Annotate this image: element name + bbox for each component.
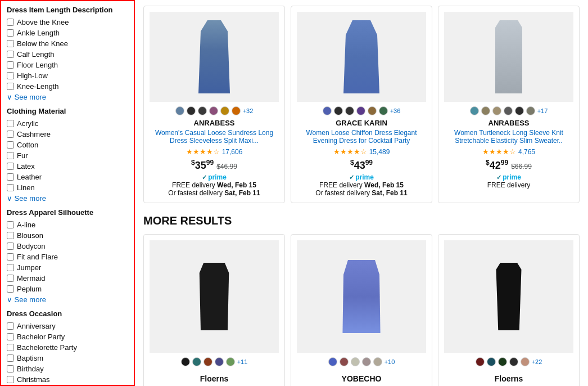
color-swatch[interactable] [192,357,201,366]
color-swatch[interactable] [492,106,501,115]
checkbox-below-the-knee[interactable] [7,40,14,47]
filter-item[interactable]: Bodycon [7,241,128,252]
filter-item[interactable]: Knee-Length [7,81,128,92]
checkbox-birthday[interactable] [7,365,14,372]
color-swatch[interactable] [509,357,518,366]
color-swatch[interactable] [226,357,235,366]
filter-item[interactable]: Peplum [7,284,128,294]
checkbox-a-line[interactable] [7,221,14,228]
checkbox-blouson[interactable] [7,232,14,239]
filter-item[interactable]: Fit and Flare [7,252,128,262]
color-swatch[interactable] [379,106,388,115]
checkbox-mermaid[interactable] [7,275,14,282]
checkbox-anniversary[interactable] [7,322,14,330]
checkbox-above-the-knee[interactable] [7,19,14,26]
checkbox-peplum[interactable] [7,285,14,293]
color-swatch[interactable] [476,357,485,366]
swatch-more[interactable]: +11 [237,358,248,365]
checkbox-baptism[interactable] [7,354,14,362]
color-swatch[interactable] [345,106,354,115]
color-swatch[interactable] [521,357,530,366]
color-swatch[interactable] [209,106,218,115]
checkbox-ankle-length[interactable] [7,29,14,37]
color-swatch[interactable] [328,357,337,366]
color-swatch[interactable] [362,357,371,366]
checkbox-linen[interactable] [7,184,14,191]
filter-item[interactable]: Fur [7,150,128,161]
see-more-clothing-material[interactable]: ∨ See more [7,194,128,203]
product-title[interactable]: Women's Casual Loose Sundress Long Dress… [150,129,279,145]
color-swatch[interactable] [334,106,343,115]
product-image[interactable] [297,240,426,353]
filter-item[interactable]: Baptism [7,353,128,363]
filter-item[interactable]: Mermaid [7,273,128,284]
checkbox-latex[interactable] [7,163,14,170]
review-count[interactable]: 15,489 [369,148,390,156]
color-swatch[interactable] [203,357,212,366]
filter-item[interactable]: Acrylic [7,118,128,129]
color-swatch[interactable] [515,106,524,115]
color-swatch[interactable] [181,357,190,366]
color-swatch[interactable] [470,106,479,115]
checkbox-fit-and-flare[interactable] [7,253,14,261]
color-swatch[interactable] [351,357,360,366]
checkbox-bachelorette-party[interactable] [7,344,14,351]
color-swatch[interactable] [368,106,377,115]
filter-item[interactable]: High-Low [7,70,128,81]
product-title[interactable]: Women Loose Chiffon Dress Elegant Evenin… [297,129,426,145]
checkbox-fur[interactable] [7,152,14,159]
checkbox-calf-length[interactable] [7,51,14,58]
color-swatch[interactable] [498,357,507,366]
product-image[interactable] [444,12,573,102]
color-swatch[interactable] [198,106,207,115]
color-swatch[interactable] [175,106,184,115]
filter-item[interactable]: Bachelorette Party [7,342,128,353]
see-more-dress-silhouette[interactable]: ∨ See more [7,295,128,304]
color-swatch[interactable] [220,106,229,115]
checkbox-acrylic[interactable] [7,120,14,127]
filter-item[interactable]: Below the Knee [7,38,128,49]
filter-item[interactable]: Cotton [7,140,128,150]
product-image[interactable] [150,12,279,102]
filter-item[interactable]: Leather [7,172,128,182]
filter-item[interactable]: Ankle Length [7,28,128,38]
filter-item[interactable]: Calf Length [7,49,128,60]
filter-item[interactable]: Anniversary [7,321,128,331]
swatch-more[interactable]: +10 [385,358,395,365]
color-swatch[interactable] [340,357,349,366]
checkbox-cotton[interactable] [7,141,14,149]
filter-item[interactable]: Christmas [7,374,128,385]
review-count[interactable]: 17,606 [222,148,243,156]
product-image[interactable] [444,240,573,353]
checkbox-high-low[interactable] [7,72,14,79]
filter-item[interactable]: Birthday [7,363,128,374]
product-title[interactable]: Women Turtleneck Long Sleeve Knit Stretc… [444,129,573,145]
product-image[interactable] [150,240,279,353]
color-swatch[interactable] [232,106,241,115]
filter-item[interactable]: Jumper [7,262,128,273]
filter-item[interactable]: Floor Length [7,60,128,70]
color-swatch[interactable] [481,106,490,115]
checkbox-christmas[interactable] [7,376,14,383]
color-swatch[interactable] [504,106,513,115]
swatch-more[interactable]: +32 [243,107,254,114]
filter-item[interactable]: A-line [7,219,128,230]
checkbox-leather[interactable] [7,173,14,181]
filter-item[interactable]: Above the Knee [7,17,128,28]
filter-item[interactable]: Bachelor Party [7,331,128,342]
swatch-more[interactable]: +17 [537,107,548,114]
color-swatch[interactable] [323,106,332,115]
color-swatch[interactable] [187,106,196,115]
checkbox-bodycon[interactable] [7,243,14,250]
filter-item[interactable]: Cashmere [7,129,128,140]
color-swatch[interactable] [373,357,382,366]
checkbox-bachelor-party[interactable] [7,333,14,340]
swatch-more[interactable]: +36 [390,107,401,114]
checkbox-knee-length[interactable] [7,83,14,90]
color-swatch[interactable] [526,106,535,115]
checkbox-cashmere[interactable] [7,131,14,138]
filter-item[interactable]: Blouson [7,230,128,241]
checkbox-jumper[interactable] [7,264,14,271]
product-image[interactable] [297,12,426,102]
checkbox-floor-length[interactable] [7,61,14,69]
